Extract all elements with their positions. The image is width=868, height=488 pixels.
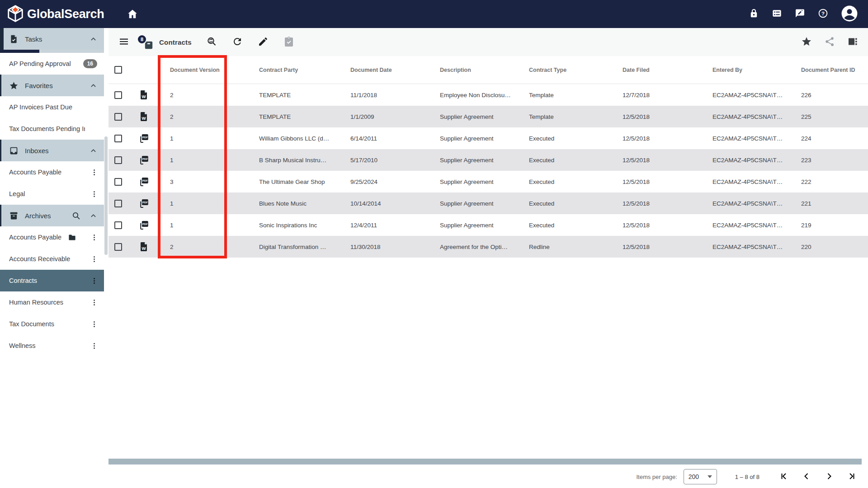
tasks-clipboard-button[interactable] xyxy=(283,36,294,48)
sidebar-item-legal[interactable]: Legal xyxy=(0,183,104,205)
sidebar-item-tax-documents[interactable]: Tax Documents xyxy=(0,313,104,335)
home-icon xyxy=(127,8,138,20)
column-header-document-parent-id[interactable]: Document Parent ID xyxy=(790,67,868,73)
sidebar-item-label: Human Resources xyxy=(9,299,63,306)
table-header: Document VersionContract PartyDocument D… xyxy=(108,56,868,84)
column-header-contract-party[interactable]: Contract Party xyxy=(248,67,340,73)
table-row[interactable]: W2Digital Transformation …11/30/2018Agre… xyxy=(108,236,868,258)
sidebar-item-accounts-payable[interactable]: Accounts Payable xyxy=(0,161,104,183)
item-menu-button[interactable] xyxy=(90,298,99,307)
cell-party: TEMPLATE xyxy=(248,92,340,99)
pdf-file-icon: PDF xyxy=(138,176,149,187)
sidebar-item-wellness[interactable]: Wellness xyxy=(0,335,104,357)
search-again-button[interactable] xyxy=(206,36,217,48)
select-all-checkbox[interactable] xyxy=(114,66,122,74)
help-button[interactable]: ? xyxy=(818,8,828,20)
toolbar-right-actions xyxy=(801,36,858,48)
star-icon xyxy=(9,81,19,90)
search-icon[interactable] xyxy=(71,211,81,221)
menu-button[interactable] xyxy=(118,36,129,48)
toolbar-actions xyxy=(206,36,294,48)
sidebar-item-accounts-payable[interactable]: Accounts Payable xyxy=(0,226,104,248)
item-menu-button[interactable] xyxy=(90,342,99,350)
favorite-button[interactable] xyxy=(801,36,812,48)
cell-version: 1 xyxy=(159,157,248,164)
column-header-document-date[interactable]: Document Date xyxy=(340,67,429,73)
row-checkbox[interactable] xyxy=(114,113,122,121)
cell-date-filed: 12/5/2018 xyxy=(612,200,702,207)
feedback-button[interactable] xyxy=(795,8,805,20)
view-columns-button[interactable] xyxy=(847,36,858,48)
row-checkbox[interactable] xyxy=(114,221,122,229)
sidebar-section-favorites[interactable]: Favorites xyxy=(0,75,104,96)
sidebar-item-human-resources[interactable]: Human Resources xyxy=(0,291,104,313)
sidebar-item-contracts[interactable]: Contracts xyxy=(0,270,104,291)
table-row[interactable]: W2TEMPLATE11/1/2018Employee Non Disclosu… xyxy=(108,84,868,106)
word-file-icon: W xyxy=(138,89,149,100)
globalsearch-logo-icon xyxy=(6,5,25,23)
view-list-button[interactable] xyxy=(772,8,782,20)
first-page-button[interactable] xyxy=(778,471,789,483)
cell-party: B Sharp Musical Instru… xyxy=(248,157,340,164)
brand-name: GlobalSearch xyxy=(27,7,104,21)
table-row[interactable]: PDF3The Ultimate Gear Shop9/25/2024Suppl… xyxy=(108,171,868,192)
sidebar-item-label: Tax Documents xyxy=(9,320,54,328)
cell-description: Supplier Agreement xyxy=(429,200,518,207)
table-row[interactable]: PDF1Sonic Inspirations Inc12/4/2011Suppl… xyxy=(108,214,868,236)
cell-parent-id: 219 xyxy=(790,222,868,229)
column-header-entered-by[interactable]: Entered By xyxy=(702,67,790,73)
column-header-contract-type[interactable]: Contract Type xyxy=(518,67,612,73)
table-row[interactable]: W2TEMPLATE1/1/2009Supplier AgreementTemp… xyxy=(108,106,868,127)
row-checkbox[interactable] xyxy=(114,135,122,142)
last-page-button[interactable] xyxy=(846,471,857,483)
item-menu-button[interactable] xyxy=(90,277,99,285)
sidebar-item-tax-documents-pending-inde[interactable]: Tax Documents Pending Inde… xyxy=(0,118,104,140)
lock-button[interactable] xyxy=(749,8,759,20)
row-checkbox[interactable] xyxy=(114,178,122,186)
refresh-button[interactable] xyxy=(232,36,243,48)
column-header-date-filed[interactable]: Date Filed xyxy=(612,67,702,73)
inbox-icon xyxy=(9,146,19,155)
sidebar-section-archives[interactable]: Archives xyxy=(0,205,104,226)
cell-parent-id: 224 xyxy=(790,135,868,142)
sidebar-section-tasks[interactable]: Tasks xyxy=(0,28,104,50)
edit-button[interactable] xyxy=(258,36,269,48)
sidebar-section-inboxes[interactable]: Inboxes xyxy=(0,140,104,161)
row-checkbox[interactable] xyxy=(114,200,122,207)
item-menu-button[interactable] xyxy=(90,233,99,242)
next-page-button[interactable] xyxy=(824,471,835,483)
account-button[interactable] xyxy=(841,5,858,23)
item-menu-button[interactable] xyxy=(90,190,99,198)
sidebar-item-ap-invoices-past-due[interactable]: AP Invoices Past Due xyxy=(0,96,104,118)
item-menu-button[interactable] xyxy=(90,320,99,328)
table-row[interactable]: PDF1William Gibbons LLC (d…6/14/2011Supp… xyxy=(108,127,868,149)
item-menu-button[interactable] xyxy=(90,255,99,263)
section-label: Tasks xyxy=(25,35,89,43)
cell-entered-by: EC2AMAZ-4P5CSNA\T… xyxy=(702,200,790,207)
sidebar-scrollbar[interactable] xyxy=(104,28,108,488)
cell-version: 1 xyxy=(159,200,248,207)
table-row[interactable]: PDF1Blues Note Music10/14/2014Supplier A… xyxy=(108,192,868,214)
cell-description: Supplier Agreement xyxy=(429,178,518,185)
horizontal-scrollbar[interactable] xyxy=(108,459,862,465)
sidebar-item-accounts-receivable[interactable]: Accounts Receivable xyxy=(0,248,104,270)
sidebar-scrollbar-thumb[interactable] xyxy=(104,136,108,255)
sidebar-item-ap-pending-approval[interactable]: AP Pending Approval16 xyxy=(0,53,104,75)
table-row[interactable]: PDF1B Sharp Musical Instru…5/17/2010Supp… xyxy=(108,149,868,171)
items-per-page-select[interactable]: 200 xyxy=(684,469,717,484)
refresh-icon xyxy=(232,36,243,47)
row-checkbox[interactable] xyxy=(114,91,122,99)
sidebar: TasksAP Pending Approval16FavoritesAP In… xyxy=(0,28,104,488)
cell-contract-type: Executed xyxy=(518,178,612,185)
row-checkbox[interactable] xyxy=(114,156,122,164)
column-header-document-version[interactable]: Document Version xyxy=(159,67,248,73)
cell-parent-id: 223 xyxy=(790,157,868,164)
share-button[interactable] xyxy=(824,36,835,48)
home-button[interactable] xyxy=(127,8,138,20)
row-checkbox[interactable] xyxy=(114,243,122,251)
previous-page-button[interactable] xyxy=(801,471,812,483)
item-menu-button[interactable] xyxy=(90,168,99,177)
cell-description: Agreement for the Opti… xyxy=(429,244,518,250)
column-header-description[interactable]: Description xyxy=(429,67,518,73)
pdf-file-icon: PDF xyxy=(138,198,149,209)
